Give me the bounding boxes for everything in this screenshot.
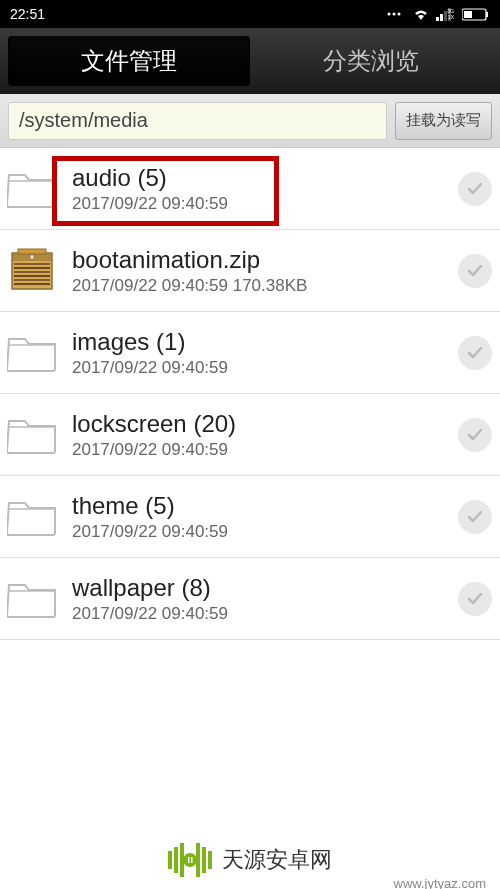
svg-point-2 — [398, 13, 401, 16]
svg-rect-28 — [208, 851, 212, 869]
svg-point-0 — [388, 13, 391, 16]
file-row[interactable]: theme (5)2017/09/22 09:40:59 — [0, 476, 500, 558]
svg-rect-31 — [191, 857, 193, 863]
folder-icon — [4, 407, 60, 463]
check-icon[interactable] — [458, 418, 492, 452]
svg-rect-11 — [464, 11, 472, 18]
file-info: theme (5)2017/09/22 09:40:59 — [72, 492, 458, 542]
file-name: wallpaper (8) — [72, 574, 458, 602]
battery-icon — [462, 8, 490, 21]
svg-rect-17 — [14, 271, 50, 273]
folder-icon — [4, 161, 60, 217]
svg-rect-22 — [18, 249, 46, 254]
check-icon[interactable] — [458, 500, 492, 534]
svg-point-21 — [30, 254, 35, 259]
svg-rect-15 — [14, 263, 50, 265]
file-info: lockscreen (20)2017/09/22 09:40:59 — [72, 410, 458, 460]
check-icon[interactable] — [458, 254, 492, 288]
file-name: bootanimation.zip — [72, 246, 458, 274]
folder-icon — [4, 489, 60, 545]
file-name: lockscreen (20) — [72, 410, 458, 438]
status-icons: 3G 1X — [386, 7, 490, 21]
watermark-url: www.jytyaz.com — [394, 876, 486, 889]
svg-rect-23 — [168, 851, 172, 869]
tab-file-manager[interactable]: 文件管理 — [8, 36, 250, 86]
svg-text:1X: 1X — [448, 14, 455, 20]
tab-category-browse[interactable]: 分类浏览 — [250, 36, 492, 86]
folder-icon — [4, 325, 60, 381]
file-row[interactable]: bootanimation.zip2017/09/22 09:40:59 170… — [0, 230, 500, 312]
file-row[interactable]: images (1)2017/09/22 09:40:59 — [0, 312, 500, 394]
file-meta: 2017/09/22 09:40:59 170.38KB — [72, 276, 458, 296]
folder-icon — [4, 571, 60, 627]
path-input[interactable] — [8, 102, 387, 140]
file-meta: 2017/09/22 09:40:59 — [72, 522, 458, 542]
file-row[interactable]: lockscreen (20)2017/09/22 09:40:59 — [0, 394, 500, 476]
svg-rect-24 — [174, 847, 178, 873]
archive-icon — [4, 243, 60, 299]
logo-icon — [168, 843, 212, 877]
check-icon[interactable] — [458, 582, 492, 616]
watermark-text: 天源安卓网 — [222, 845, 332, 875]
status-time: 22:51 — [10, 6, 45, 22]
file-meta: 2017/09/22 09:40:59 — [72, 194, 458, 214]
file-name: audio (5) — [72, 164, 458, 192]
file-info: wallpaper (8)2017/09/22 09:40:59 — [72, 574, 458, 624]
file-meta: 2017/09/22 09:40:59 — [72, 358, 458, 378]
file-info: audio (5)2017/09/22 09:40:59 — [72, 164, 458, 214]
mount-rw-button[interactable]: 挂载为读写 — [395, 102, 492, 140]
svg-rect-16 — [14, 267, 50, 269]
svg-rect-4 — [440, 14, 443, 21]
check-icon[interactable] — [458, 336, 492, 370]
file-row[interactable]: wallpaper (8)2017/09/22 09:40:59 — [0, 558, 500, 640]
file-meta: 2017/09/22 09:40:59 — [72, 440, 458, 460]
svg-rect-20 — [14, 283, 50, 285]
svg-rect-27 — [202, 847, 206, 873]
wifi-icon — [412, 7, 430, 21]
dots-icon — [386, 9, 406, 19]
svg-rect-19 — [14, 279, 50, 281]
watermark: 天源安卓网 — [0, 843, 500, 877]
svg-rect-3 — [436, 17, 439, 21]
file-name: images (1) — [72, 328, 458, 356]
file-info: images (1)2017/09/22 09:40:59 — [72, 328, 458, 378]
file-name: theme (5) — [72, 492, 458, 520]
path-bar: 挂载为读写 — [0, 94, 500, 148]
file-info: bootanimation.zip2017/09/22 09:40:59 170… — [72, 246, 458, 296]
check-icon[interactable] — [458, 172, 492, 206]
signal-icon: 3G 1X — [436, 7, 456, 21]
file-row[interactable]: audio (5)2017/09/22 09:40:59 — [0, 148, 500, 230]
svg-point-1 — [393, 13, 396, 16]
svg-rect-30 — [188, 857, 190, 863]
status-bar: 22:51 3G 1X — [0, 0, 500, 28]
file-list: audio (5)2017/09/22 09:40:59bootanimatio… — [0, 148, 500, 640]
svg-point-29 — [183, 853, 197, 867]
svg-rect-18 — [14, 275, 50, 277]
svg-rect-10 — [486, 12, 488, 17]
file-meta: 2017/09/22 09:40:59 — [72, 604, 458, 624]
tab-bar: 文件管理 分类浏览 — [0, 28, 500, 94]
